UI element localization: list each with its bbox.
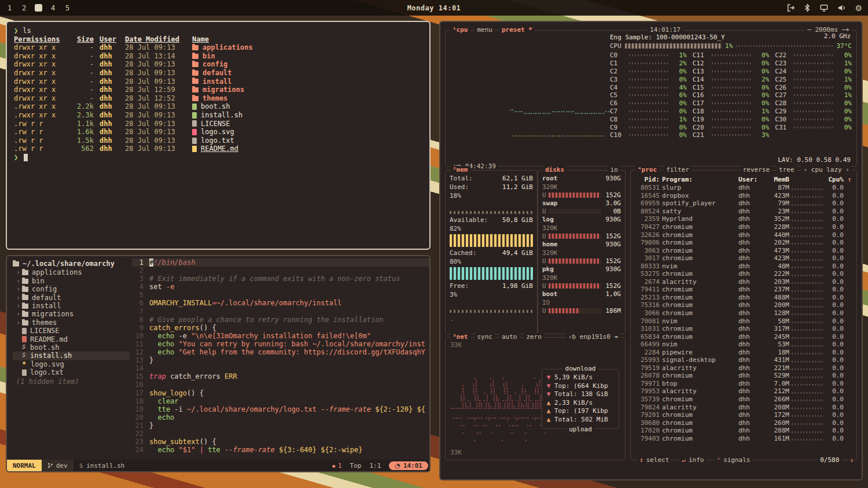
process-row[interactable]: 70427 chromium dhh 228M 0.0 <box>634 223 853 231</box>
col-cpu[interactable]: Cpu% <box>826 176 844 183</box>
footer-key-button[interactable]: ↵ info <box>679 456 706 464</box>
col-program[interactable]: Program: <box>662 176 736 183</box>
tree-item[interactable]: default <box>13 294 130 302</box>
process-row[interactable]: 30680 chromium dhh 260M 0.0 <box>634 419 853 427</box>
core-row: C31 0% <box>775 123 852 131</box>
network-panel-title[interactable]: ³net <box>450 333 470 341</box>
process-row[interactable]: 3063 chromium dhh 473M 0.0 <box>634 246 853 254</box>
process-row[interactable]: 2359 Hyprland dhh 352M 0.0 <box>634 215 853 223</box>
workspace-button[interactable]: 2 <box>20 4 28 12</box>
filter-button[interactable]: filter <box>664 166 692 173</box>
core-percent: 0% <box>754 116 769 123</box>
cpu-panel-title[interactable]: ¹cpu <box>450 26 470 34</box>
tree-item[interactable]: logo.svg <box>13 360 130 368</box>
process-row[interactable]: 25213 chromium dhh 488M 0.0 <box>634 294 853 302</box>
footer-key-button[interactable]: ↕ select <box>637 456 671 464</box>
tree-item[interactable]: config <box>13 285 130 293</box>
process-row[interactable]: 35739 chromium dhh 266M 0.0 <box>634 395 853 404</box>
volume-icon[interactable] <box>837 3 846 12</box>
tree-item[interactable]: README.md <box>13 335 130 343</box>
meter-bar <box>450 234 533 247</box>
process-cpu-graph <box>792 278 824 286</box>
code-text: } <box>149 356 429 364</box>
tree-item[interactable]: applications <box>13 268 130 276</box>
workspace-button[interactable]: 4 <box>49 4 57 12</box>
network-interface[interactable]: ‹b enp191s0 ↠ <box>566 333 620 341</box>
process-memory: 228M <box>764 223 789 231</box>
process-row[interactable]: 2674 alacritty dhh 203M 0.0 <box>634 278 853 286</box>
process-row[interactable]: 25993 signal-desktop dhh 431M 0.0 <box>634 356 853 364</box>
date-modified: 28 Jul 09:13 <box>125 120 186 128</box>
tree-item[interactable]: themes <box>13 319 130 327</box>
line-number: 21 <box>132 422 149 430</box>
disks-panel-title[interactable]: disks <box>543 166 567 173</box>
process-row[interactable]: 3066 chromium dhh 128M 0.0 <box>634 309 853 317</box>
process-row[interactable]: 3017 chromium dhh 423M 0.0 <box>634 254 853 263</box>
process-row[interactable]: 79824 alacritty dhh 208M 0.0 <box>634 403 853 411</box>
memory-panel-title[interactable]: ²mem <box>450 166 470 173</box>
process-row[interactable]: 79806 chromium dhh 202M 0.0 <box>634 239 853 247</box>
bluetooth-icon[interactable] <box>804 3 811 12</box>
tree-item[interactable]: LICENSE <box>13 327 130 335</box>
process-row[interactable]: 79201 chromium dhh 172M 0.0 <box>634 411 853 419</box>
sort-direction-icon[interactable]: ↑ <box>846 176 853 183</box>
process-cpu-graph <box>792 341 824 349</box>
tree-item[interactable]: install.sh <box>13 352 130 360</box>
process-row[interactable]: 75316 chromium dhh 200M 0.0 <box>634 301 853 309</box>
process-row[interactable]: 31031 chromium dhh 317M 0.0 <box>634 325 853 333</box>
process-row[interactable]: 17020 chromium dhh 288M 0.0 <box>634 427 853 435</box>
workspace-button[interactable]: 5 <box>64 4 71 12</box>
process-row[interactable]: 26078 chromium dhh 529M 0.0 <box>634 372 853 380</box>
disk-size: 1,0G <box>606 290 621 298</box>
preset-button[interactable]: preset * <box>499 26 535 34</box>
process-row[interactable]: 79411 chromium dhh 237M 0.0 <box>634 286 853 294</box>
workspace-button[interactable]: 1 <box>6 4 13 12</box>
disk-name: pkg <box>542 265 554 273</box>
settings-gear-icon[interactable]: ⚙ <box>855 4 862 12</box>
network-icon[interactable] <box>819 3 829 12</box>
tree-item[interactable]: bin <box>13 277 130 285</box>
footer-key-button[interactable]: ˢ signals <box>715 456 753 464</box>
tree-item[interactable]: boot.sh <box>13 343 130 352</box>
tree-item[interactable]: logo.txt <box>13 368 130 376</box>
process-row[interactable]: 53275 chromium dhh 222M 0.0 <box>634 270 853 278</box>
col-user[interactable]: User: <box>738 176 762 183</box>
process-row[interactable]: 65834 chromium dhh 245M 0.0 <box>634 332 853 341</box>
process-row[interactable]: 66499 nvim dhh 53M 0.0 <box>634 341 853 349</box>
process-row[interactable]: 80531 slurp dhh 87M 0.0 <box>634 184 853 192</box>
process-memory: 288M <box>764 427 789 434</box>
net-mode-button[interactable]: zero <box>524 333 545 341</box>
process-memory: 208M <box>764 404 789 411</box>
tree-item[interactable]: migrations <box>13 310 130 318</box>
process-row[interactable]: 16545 dropbox dhh 423M 0.0 <box>634 192 853 200</box>
tree-item[interactable]: install <box>13 302 130 310</box>
proc-control-button[interactable]: tree <box>777 166 797 173</box>
scroll-down-arrow[interactable]: ↓ <box>849 456 854 464</box>
process-row[interactable]: 69959 spotify_player dhh 79M 0.0 <box>634 199 853 208</box>
process-row[interactable]: 2284 pipewire dhh 18M 0.0 <box>634 348 853 356</box>
menu-button[interactable]: menu <box>475 26 495 34</box>
workspace-button[interactable]: 3 <box>35 4 42 12</box>
process-panel-title[interactable]: ⁴proc <box>635 166 659 173</box>
proc-control-button[interactable]: reverse <box>741 166 772 173</box>
tree-root[interactable]: ~/.local/share/omarchy <box>13 260 130 268</box>
process-row[interactable]: 32626 chromium dhh 440M 0.0 <box>634 231 853 239</box>
process-row[interactable]: 79953 alacritty dhh 212M 0.0 <box>634 387 853 395</box>
logout-icon[interactable] <box>786 3 795 12</box>
process-memory: 222M <box>764 270 789 278</box>
download-stat-row: ▼ 5,39 KiB/s <box>546 374 615 382</box>
io-mode-button[interactable]: io <box>608 166 620 173</box>
col-user: User <box>100 35 116 44</box>
process-row[interactable]: 79971 btop dhh 7.0M 0.0 <box>634 380 853 388</box>
process-row[interactable]: 79403 chromium dhh 161M 0.0 <box>634 435 853 443</box>
col-memory[interactable]: MemB <box>764 176 789 183</box>
process-row[interactable]: 70081 nvim dhh 58M 0.0 <box>634 317 853 325</box>
process-row[interactable]: 79519 alacritty dhh 221M 0.0 <box>634 364 853 372</box>
process-row[interactable]: 80333 nvim dhh 48M 0.0 <box>634 262 853 270</box>
net-mode-button[interactable]: auto <box>499 333 520 341</box>
col-pid[interactable]: Pid: <box>634 176 660 183</box>
process-row[interactable]: 80524 satty dhh 23M 0.0 <box>634 208 853 216</box>
sort-selector[interactable]: ‹ cpu lazy › <box>801 166 852 173</box>
code-editor[interactable]: 1 #!/bin/bash 2 3 # Exit immediately if … <box>132 256 429 460</box>
net-mode-button[interactable]: sync <box>475 333 495 341</box>
